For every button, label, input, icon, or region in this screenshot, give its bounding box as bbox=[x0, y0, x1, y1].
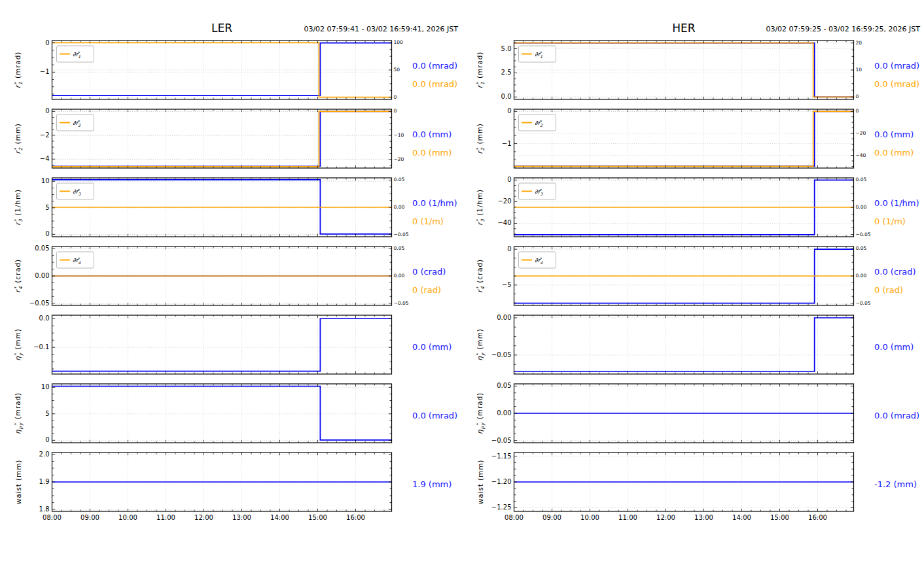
math-seg: (crad) bbox=[476, 259, 484, 286]
right-tick-label: 0 bbox=[856, 109, 859, 114]
y-tick-label: 0.05 bbox=[483, 383, 512, 389]
math-seg: (mrad) bbox=[14, 392, 22, 422]
x-tick-label: 13:00 bbox=[228, 514, 257, 521]
right-tick-label: 0 bbox=[394, 109, 397, 114]
math-seg: * bbox=[540, 188, 542, 192]
x-tick-label: 16:00 bbox=[342, 514, 370, 521]
y-axis-label: r2* (mm) bbox=[475, 123, 486, 154]
plot-frame bbox=[514, 315, 854, 374]
y-tick-label: −1.25 bbox=[483, 504, 512, 511]
legend-label: ∂r3* bbox=[73, 188, 80, 196]
legend-label: ∂r2* bbox=[73, 119, 80, 128]
current-value-orange: 0.0 (mrad) bbox=[874, 79, 919, 89]
math-seg: η bbox=[476, 429, 484, 434]
y-axis-label: waist (mm) bbox=[476, 460, 484, 505]
right-tick-label: 0.00 bbox=[394, 273, 405, 279]
y-tick-label: 0.00 bbox=[21, 273, 50, 279]
y-tick-label: 0 bbox=[483, 177, 512, 183]
plot-ler-r2 bbox=[0, 109, 462, 169]
current-value-orange: 0.0 (mm) bbox=[412, 148, 452, 158]
math-seg: (mm) bbox=[14, 328, 22, 352]
plot-ler-r3 bbox=[0, 177, 462, 238]
y-tick-label: −0.05 bbox=[21, 300, 50, 307]
current-value-blue: 0.0 (1/hm) bbox=[412, 198, 457, 208]
x-tick-label: 12:00 bbox=[190, 514, 219, 521]
plot-ler-eta-py bbox=[0, 383, 462, 444]
math-seg: * bbox=[540, 119, 542, 124]
math-seg: * bbox=[13, 286, 19, 288]
x-tick-label: 14:00 bbox=[266, 514, 294, 521]
math-seg: (1/hm) bbox=[476, 189, 484, 218]
y-axis-label: ηy* (mm) bbox=[13, 328, 24, 361]
plot-her-r3 bbox=[462, 177, 924, 238]
right-tick-label: 20 bbox=[856, 41, 862, 46]
plot-ler-eta-y bbox=[0, 315, 462, 375]
right-tick-label: 10 bbox=[856, 67, 862, 73]
math-seg: * bbox=[475, 286, 481, 288]
y-tick-label: 0 bbox=[21, 40, 50, 46]
y-tick-label: 0.00 bbox=[483, 410, 512, 417]
current-value-blue: 0.0 (mrad) bbox=[412, 61, 457, 71]
y-tick-label: 2.0 bbox=[21, 451, 50, 458]
legend-label: ∂r3* bbox=[535, 188, 542, 196]
math-seg: (mm) bbox=[476, 328, 484, 352]
math-seg: r bbox=[476, 222, 484, 226]
y-tick-label: −2 bbox=[21, 132, 50, 139]
y-tick-label: 1.9 bbox=[21, 479, 50, 485]
series-blue-line bbox=[52, 111, 391, 166]
right-tick-label: 0 bbox=[394, 95, 397, 100]
current-value-orange: 0 (rad) bbox=[874, 285, 903, 295]
y-tick-label: −1 bbox=[21, 69, 50, 75]
y-tick-label: 0 bbox=[21, 437, 50, 443]
plot-her-r2 bbox=[462, 109, 924, 169]
y-tick-label: −4 bbox=[21, 156, 50, 162]
math-seg: r bbox=[14, 151, 22, 154]
plot-ler-r1 bbox=[0, 40, 462, 101]
math-seg: η bbox=[14, 356, 22, 361]
plot-ler-r4 bbox=[0, 246, 462, 307]
y-tick-label: 0.0 bbox=[483, 94, 512, 100]
x-tick-label: 08:00 bbox=[38, 514, 67, 521]
plot-her-r4 bbox=[462, 246, 924, 307]
math-seg: r bbox=[476, 290, 484, 293]
math-seg: (mrad) bbox=[14, 52, 22, 81]
legend-label: ∂r4* bbox=[535, 256, 542, 265]
current-value-orange: 0 (rad) bbox=[412, 285, 441, 295]
right-tick-label: −10 bbox=[394, 133, 404, 138]
right-tick-label: 0.05 bbox=[394, 177, 405, 182]
right-tick-label: 0.05 bbox=[856, 177, 867, 182]
y-tick-label: −1.20 bbox=[483, 479, 512, 485]
column-ler: LER03/02 07:59:41 - 03/02 16:59:41, 2026… bbox=[0, 0, 462, 565]
current-value-orange: 0 (1/m) bbox=[874, 216, 906, 226]
math-seg: * bbox=[475, 422, 481, 424]
y-tick-label: −20 bbox=[483, 198, 512, 205]
x-tick-label: 10:00 bbox=[576, 514, 605, 521]
right-tick-label: 0.00 bbox=[394, 205, 405, 210]
math-seg: * bbox=[13, 147, 19, 150]
y-tick-label: 5.0 bbox=[483, 46, 512, 52]
y-axis-label: waist (mm) bbox=[14, 460, 22, 505]
math-seg: (mrad) bbox=[476, 52, 484, 81]
math-seg: * bbox=[13, 352, 19, 355]
math-seg: * bbox=[475, 147, 481, 150]
current-value-orange: 0.0 (mm) bbox=[874, 148, 914, 158]
plot-frame bbox=[52, 315, 392, 374]
y-tick-label: 0 bbox=[21, 108, 50, 114]
math-seg: η bbox=[476, 356, 484, 361]
y-tick-label: 0 bbox=[483, 108, 512, 114]
right-tick-label: −0.05 bbox=[394, 301, 409, 306]
x-tick-label: 09:00 bbox=[76, 514, 105, 521]
y-axis-label: r1* (mrad) bbox=[13, 52, 24, 89]
math-seg: (1/hm) bbox=[14, 189, 22, 218]
right-tick-label: −40 bbox=[856, 153, 866, 158]
math-seg: r bbox=[14, 222, 22, 226]
math-seg: * bbox=[78, 119, 80, 124]
current-value-blue: 0.0 (mm) bbox=[874, 129, 914, 139]
time-range-label: 03/02 07:59:25 - 03/02 16:59:25, 2026 JS… bbox=[462, 25, 920, 33]
y-tick-label: −5 bbox=[483, 282, 512, 288]
current-value-blue: 0.0 (1/hm) bbox=[874, 198, 919, 208]
y-tick-label: 10 bbox=[21, 178, 50, 184]
y-axis-label: ηy* (mm) bbox=[475, 328, 486, 361]
y-axis-label: r2* (mm) bbox=[13, 123, 24, 154]
series-orange-line bbox=[52, 111, 391, 166]
